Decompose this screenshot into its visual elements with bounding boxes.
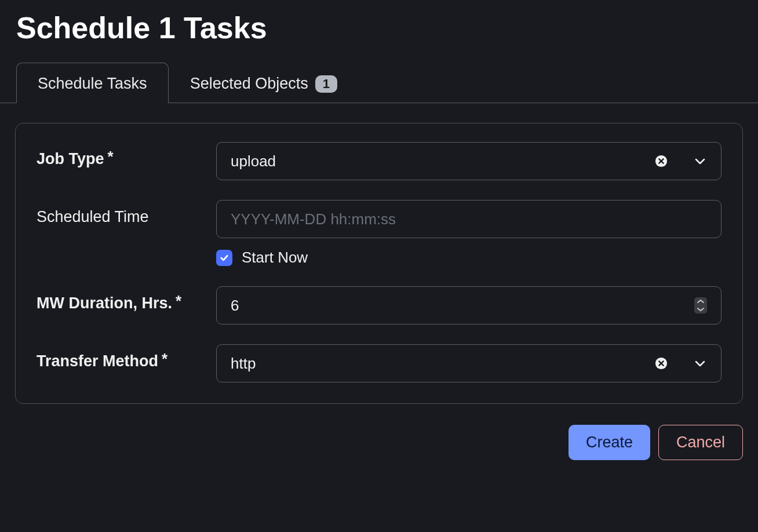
required-asterisk: * [162, 350, 167, 368]
stepper-up-icon[interactable] [694, 297, 707, 305]
start-now-checkbox[interactable] [216, 250, 232, 266]
cancel-button[interactable]: Cancel [658, 425, 743, 460]
clear-icon[interactable] [655, 155, 668, 167]
scheduled-time-input[interactable] [216, 200, 721, 238]
tab-selected-objects-label: Selected Objects [190, 75, 308, 93]
label-job-type-text: Job Type [37, 150, 104, 168]
required-asterisk: * [108, 148, 114, 166]
transfer-method-value: http [231, 355, 655, 373]
label-job-type: Job Type * [37, 142, 216, 168]
clear-icon[interactable] [655, 357, 668, 370]
tabs-container: Schedule Tasks Selected Objects 1 [0, 63, 758, 103]
row-scheduled-time: Scheduled Time Start Now [37, 200, 721, 267]
create-button[interactable]: Create [568, 425, 650, 460]
page-title: Schedule 1 Tasks [0, 0, 758, 63]
row-mw-duration: MW Duration, Hrs. * 6 [37, 286, 721, 325]
label-transfer-method: Transfer Method * [37, 344, 216, 370]
mw-duration-value: 6 [231, 297, 694, 315]
label-mw-duration-text: MW Duration, Hrs. [37, 294, 172, 312]
row-job-type: Job Type * upload [37, 142, 721, 180]
chevron-down-icon[interactable] [693, 154, 707, 168]
start-now-row: Start Now [216, 249, 721, 267]
job-type-value: upload [231, 152, 655, 170]
active-tab-mask [17, 103, 168, 104]
transfer-method-select[interactable]: http [216, 344, 721, 382]
actions-row: Create Cancel [0, 404, 758, 460]
label-transfer-method-text: Transfer Method [37, 352, 158, 370]
label-mw-duration: MW Duration, Hrs. * [37, 286, 216, 312]
row-transfer-method: Transfer Method * http [37, 344, 721, 382]
job-type-select[interactable]: upload [216, 142, 721, 180]
tab-schedule-tasks[interactable]: Schedule Tasks [16, 63, 169, 103]
selected-objects-count-badge: 1 [315, 75, 337, 93]
mw-duration-input[interactable]: 6 [216, 286, 721, 325]
stepper-down-icon[interactable] [694, 305, 707, 314]
form-panel: Job Type * upload Scheduled Time [15, 123, 743, 404]
number-stepper [694, 297, 707, 314]
tab-schedule-tasks-label: Schedule Tasks [38, 75, 147, 92]
start-now-label: Start Now [242, 249, 308, 267]
chevron-down-icon[interactable] [693, 356, 707, 370]
label-scheduled-time-text: Scheduled Time [37, 208, 149, 226]
tab-selected-objects[interactable]: Selected Objects 1 [190, 63, 338, 103]
required-asterisk: * [176, 292, 181, 310]
label-scheduled-time: Scheduled Time [37, 200, 216, 226]
